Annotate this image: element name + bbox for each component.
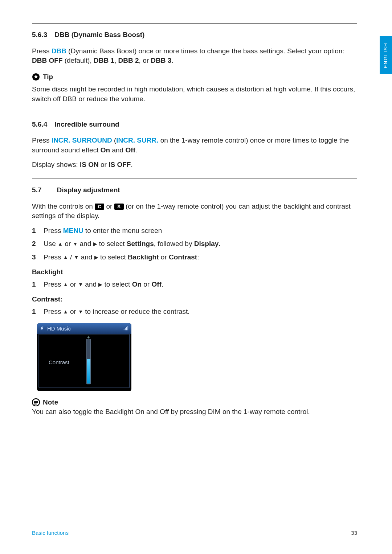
- text: ,: [114, 57, 118, 64]
- page-footer: Basic functions 33: [32, 529, 357, 537]
- heading-text: DBB (Dynamic Bass Boost): [54, 31, 144, 38]
- step-text: Press ▲ or ▼ and ▶ to select On or Off.: [44, 280, 357, 290]
- step-text: Press ▲ / ▼ and ▶ to select Backlight or…: [44, 253, 357, 262]
- paragraph: With the controls on C or S (or on the 1…: [32, 202, 357, 221]
- text: to select: [98, 253, 128, 261]
- text: and: [79, 253, 94, 261]
- step-number: 1: [32, 280, 38, 290]
- text: (Dynamic Bass Boost) once or more times …: [66, 47, 344, 55]
- screenshot-title: HD Music: [47, 325, 71, 332]
- page-number: 33: [351, 529, 357, 537]
- text: .: [219, 240, 220, 247]
- text: With the controls on: [32, 202, 95, 210]
- text: to select: [97, 240, 127, 247]
- subheading-contrast: Contrast:: [32, 295, 357, 304]
- step-text: Press MENU to enter the menu screen: [44, 226, 357, 236]
- ordered-list: 1 Press MENU to enter the menu screen 2 …: [32, 226, 357, 262]
- divider: [32, 23, 357, 24]
- text: or: [142, 280, 151, 288]
- note-body: You can also toggle the Backlight On and…: [32, 407, 357, 417]
- heading-number: 5.6.3: [32, 30, 47, 40]
- text: (default),: [62, 57, 94, 64]
- step-number: 2: [32, 239, 38, 249]
- svg-rect-1: [124, 329, 124, 331]
- paragraph: Press INCR. SURROUND (INCR. SURR. on the…: [32, 136, 357, 155]
- text: to enter the menu screen: [83, 227, 162, 234]
- slider-fill: [87, 359, 90, 383]
- note-icon: [32, 398, 40, 406]
- music-note-icon: [40, 326, 45, 331]
- text: .: [131, 161, 132, 168]
- heading-number: 5.6.4: [32, 120, 47, 130]
- triangle-up-icon: ▲: [63, 281, 68, 288]
- text: Display shows:: [32, 161, 80, 168]
- text: Press: [44, 253, 63, 261]
- text: Press: [44, 227, 63, 234]
- button-name-menu: MENU: [63, 227, 83, 234]
- heading-number: 5.7: [32, 185, 41, 195]
- triangle-up-icon: ▲: [58, 241, 63, 248]
- heading-5-6-4: 5.6.4Incredible surround: [32, 120, 357, 130]
- contrast-slider: [86, 339, 91, 384]
- text: and: [83, 280, 98, 288]
- note-label: Note: [43, 398, 58, 407]
- list-item: 3 Press ▲ / ▼ and ▶ to select Backlight …: [32, 253, 357, 262]
- text: or: [68, 280, 78, 288]
- step-text: Use ▲ or ▼ and ▶ to select Settings, fol…: [44, 239, 357, 249]
- triangle-right-icon: ▶: [94, 254, 98, 261]
- text: to increase or reduce the contrast.: [83, 308, 190, 315]
- list-item: 1 Press MENU to enter the menu screen: [32, 226, 357, 236]
- triangle-up-icon: ▲: [63, 308, 68, 316]
- option-dbb-3: DBB 3: [151, 57, 171, 64]
- footer-section: Basic functions: [32, 529, 69, 537]
- heading-5-6-3: 5.6.3DBB (Dynamic Bass Boost): [32, 30, 357, 40]
- display-is-off: IS OFF: [109, 161, 131, 168]
- display-screenshot: HD Music Contrast + −: [37, 323, 131, 391]
- minus-icon: −: [87, 381, 90, 389]
- manual-page: 5.6.3DBB (Dynamic Bass Boost) Press DBB …: [0, 0, 392, 554]
- divider: [32, 178, 357, 179]
- ordered-list: 1 Press ▲ or ▼ and ▶ to select On or Off…: [32, 280, 357, 290]
- heading-5-7: 5.7Display adjustment: [32, 185, 357, 195]
- triangle-down-icon: ▼: [73, 241, 78, 248]
- text: or: [159, 253, 169, 261]
- screenshot-body: Contrast + −: [38, 334, 130, 388]
- option-dbb-2: DBB 2: [118, 57, 139, 64]
- screenshot-titlebar: HD Music: [37, 323, 131, 334]
- text: /: [68, 253, 74, 261]
- triangle-down-icon: ▼: [78, 308, 83, 316]
- text: or: [63, 240, 73, 247]
- station-unit-icon: S: [114, 204, 124, 210]
- list-item: 2 Use ▲ or ▼ and ▶ to select Settings, f…: [32, 239, 357, 249]
- display-is-on: IS ON: [80, 161, 99, 168]
- triangle-right-icon: ▶: [93, 241, 97, 248]
- tip-header: Tip: [32, 72, 357, 82]
- tip-body: Some discs might be recorded in high mod…: [32, 85, 357, 104]
- step-number: 1: [32, 226, 38, 236]
- text: or: [68, 308, 78, 315]
- tip-label: Tip: [43, 72, 53, 82]
- tip-icon: [32, 73, 40, 81]
- svg-rect-4: [127, 326, 128, 330]
- step-text: Press ▲ or ▼ to increase or reduce the c…: [44, 307, 357, 317]
- list-item: 1 Press ▲ or ▼ and ▶ to select On or Off…: [32, 280, 357, 290]
- text: , followed by: [154, 240, 194, 247]
- text: .: [171, 57, 173, 64]
- center-unit-icon: C: [95, 204, 104, 210]
- note-header: Note: [32, 398, 357, 407]
- text: or: [104, 202, 114, 210]
- step-number: 1: [32, 307, 38, 317]
- menu-settings: Settings: [127, 240, 154, 247]
- triangle-down-icon: ▼: [78, 281, 83, 288]
- screenshot-label: Contrast: [49, 358, 69, 366]
- triangle-down-icon: ▼: [74, 254, 79, 261]
- state-off: Off: [125, 146, 135, 154]
- text: and: [110, 146, 125, 154]
- text: Press: [44, 308, 63, 315]
- text: to select: [102, 280, 132, 288]
- menu-contrast: Contrast: [169, 253, 197, 261]
- menu-backlight: Backlight: [128, 253, 159, 261]
- step-number: 3: [32, 253, 38, 262]
- text: Use: [44, 240, 58, 247]
- menu-display: Display: [194, 240, 219, 247]
